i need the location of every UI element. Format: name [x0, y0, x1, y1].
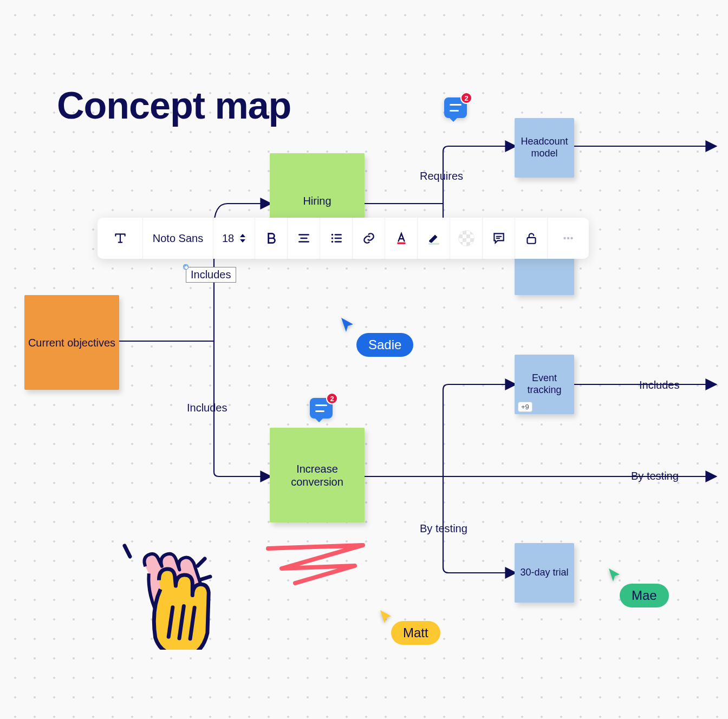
edge-label-includes-right[interactable]: Includes: [639, 379, 680, 391]
dot-grid-canvas[interactable]: Concept map Current objectives Hiring In…: [0, 0, 728, 719]
text-color-icon: [394, 231, 408, 245]
comment-count-badge: 2: [326, 393, 338, 404]
edge-label-by-testing-right[interactable]: By testing: [631, 470, 679, 482]
link-button[interactable]: [353, 218, 385, 259]
svg-point-1: [331, 237, 333, 239]
lock-button[interactable]: [515, 218, 548, 259]
align-center-icon: [297, 231, 311, 245]
svg-rect-5: [527, 238, 535, 244]
svg-point-0: [331, 234, 333, 236]
font-family-selector[interactable]: Noto Sans: [143, 218, 213, 259]
node-hidden-blue[interactable]: [515, 254, 574, 295]
link-icon: [362, 231, 376, 245]
page-title: Concept map: [57, 84, 291, 127]
svg-line-9: [125, 546, 130, 557]
edge-label-includes-selected[interactable]: Includes: [186, 267, 236, 283]
clap-sticker[interactable]: [108, 536, 217, 650]
highlight-button[interactable]: [418, 218, 450, 259]
cursor-pointer-icon: [379, 609, 392, 624]
edge-label-by-testing[interactable]: By testing: [420, 522, 467, 535]
font-size-control: 18: [213, 218, 255, 259]
font-size-up-icon[interactable]: [239, 233, 246, 238]
comment-button[interactable]: [483, 218, 515, 259]
align-button[interactable]: [288, 218, 320, 259]
cursor-pointer-icon: [608, 567, 621, 583]
list-button[interactable]: [320, 218, 353, 259]
comment-icon[interactable]: 2: [310, 398, 333, 419]
node-increase-conversion[interactable]: Increase conversion: [270, 428, 365, 522]
collaborator-cursor-sadie: Sadie: [340, 317, 354, 335]
text-format-toolbar: Noto Sans 18: [98, 218, 589, 259]
svg-rect-4: [428, 243, 439, 245]
collaborator-cursor-mae: Mae: [608, 567, 621, 585]
overflow-badge[interactable]: +9: [518, 402, 532, 412]
bullet-list-icon: [329, 231, 343, 245]
text-tool-button[interactable]: [98, 218, 143, 259]
node-30-day-trial[interactable]: 30-day trial: [515, 543, 574, 603]
svg-point-6: [564, 237, 566, 239]
collaborator-tag: Sadie: [356, 333, 413, 357]
comment-count-badge: 2: [460, 92, 472, 104]
svg-line-11: [202, 577, 210, 579]
scribble-annotation[interactable]: [263, 539, 371, 587]
node-current-objectives[interactable]: Current objectives: [24, 295, 119, 390]
cursor-pointer-icon: [340, 317, 354, 333]
svg-point-2: [331, 241, 333, 243]
highlighter-icon: [427, 231, 441, 245]
text-color-button[interactable]: [385, 218, 418, 259]
unlock-icon: [524, 231, 538, 245]
font-size-value: 18: [222, 232, 234, 245]
collaborator-cursor-matt: Matt: [379, 609, 392, 626]
collaborator-tag: Matt: [391, 621, 440, 645]
comment-icon[interactable]: 2: [444, 97, 467, 118]
font-size-down-icon[interactable]: [239, 239, 246, 243]
svg-point-7: [567, 237, 569, 239]
fill-color-button[interactable]: [450, 218, 483, 259]
svg-rect-3: [397, 243, 405, 244]
svg-line-10: [198, 559, 205, 566]
comment-outline-icon: [492, 231, 506, 245]
more-button[interactable]: [548, 218, 589, 259]
bold-button[interactable]: [255, 218, 288, 259]
transparent-swatch-icon: [458, 230, 474, 246]
collaborator-tag: Mae: [620, 584, 669, 607]
text-icon: [113, 231, 127, 245]
bold-icon: [264, 231, 278, 245]
edge-label-includes[interactable]: Includes: [187, 402, 227, 414]
edge-label-requires[interactable]: Requires: [420, 170, 463, 182]
svg-point-8: [571, 237, 573, 239]
more-horizontal-icon: [561, 231, 575, 245]
node-headcount-model[interactable]: Headcount model: [515, 118, 574, 178]
